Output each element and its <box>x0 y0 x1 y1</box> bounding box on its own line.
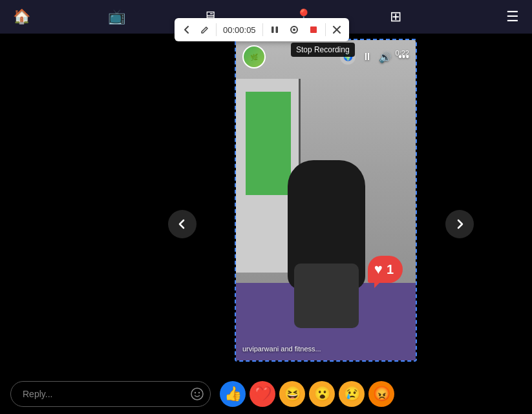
window-icon[interactable]: ⊞ <box>390 8 401 25</box>
earth-icon: 🌍 <box>340 49 356 65</box>
reaction-haha-button[interactable]: 😆 <box>279 381 305 407</box>
toolbar-circle-button[interactable] <box>286 22 302 37</box>
emoji-picker-button[interactable] <box>190 387 204 401</box>
toolbar-divider-3 <box>325 23 326 36</box>
menu-icon[interactable]: ☰ <box>506 8 519 25</box>
video-card: 🌿 🌍 ⏸ 🔊 ••• 0:22 ♥ 1 urviparwani and fit… <box>235 39 417 362</box>
pause-icon[interactable]: ⏸ <box>362 51 372 63</box>
reaction-sad-button[interactable]: 😢 <box>339 381 365 407</box>
love-heart-icon: ♥ <box>374 261 383 278</box>
love-count: 1 <box>387 262 394 277</box>
avatar[interactable]: 🌿 <box>242 45 266 68</box>
svg-point-9 <box>198 392 200 393</box>
reaction-love-button[interactable]: ❤️ <box>250 381 275 407</box>
toolbar-back-button[interactable] <box>180 23 194 37</box>
toolbar-divider-2 <box>262 23 263 36</box>
reaction-wow-button[interactable]: 😮 <box>309 381 335 407</box>
video-controls-right: 🌍 ⏸ 🔊 ••• <box>340 49 409 65</box>
svg-rect-1 <box>275 26 278 33</box>
reaction-like-button[interactable]: 👍 <box>220 381 246 407</box>
more-options-icon[interactable]: ••• <box>398 51 409 63</box>
bottom-bar: 👍 ❤️ 😆 😮 😢 😡 <box>0 374 532 414</box>
video-background <box>236 40 416 360</box>
toolbar-close-button[interactable] <box>330 23 344 37</box>
person-bottom-silhouette <box>294 264 359 328</box>
svg-point-8 <box>195 392 196 393</box>
reactions-row: 👍 ❤️ 😆 😮 😢 😡 <box>220 381 394 407</box>
green-screen <box>246 92 291 195</box>
toolbar-divider-1 <box>216 23 217 36</box>
toolbar-stop-button[interactable]: Stop Recording <box>306 22 321 37</box>
home-icon[interactable]: 🏠 <box>13 8 30 25</box>
recording-timer: 00:00:05 <box>220 25 259 35</box>
volume-icon[interactable]: 🔊 <box>379 51 392 63</box>
svg-point-7 <box>191 388 203 400</box>
left-nav-arrow[interactable] <box>168 210 197 238</box>
love-badge-tail <box>374 282 381 288</box>
avatar-image: 🌿 <box>244 47 264 67</box>
right-nav-arrow[interactable] <box>445 210 474 238</box>
svg-rect-0 <box>271 26 274 33</box>
video-header: 🌿 🌍 ⏸ 🔊 ••• <box>236 40 416 74</box>
main-content: 🌿 🌍 ⏸ 🔊 ••• 0:22 ♥ 1 urviparwani and fit… <box>0 34 532 414</box>
toolbar-pause-button[interactable] <box>267 22 282 37</box>
svg-rect-4 <box>310 26 317 33</box>
recording-toolbar: 00:00:05 Stop Recording <box>175 18 349 41</box>
svg-point-3 <box>293 28 295 31</box>
reply-input[interactable] <box>10 381 211 407</box>
toolbar-pencil-button[interactable] <box>198 23 212 37</box>
love-reaction-badge[interactable]: ♥ 1 <box>368 256 403 283</box>
reaction-angry-button[interactable]: 😡 <box>368 381 394 407</box>
video-caption: urviparwani and fitness... <box>242 345 321 353</box>
reply-input-container <box>10 381 211 407</box>
tv-icon[interactable]: 📺 <box>108 8 125 25</box>
video-card-inner: 🌿 🌍 ⏸ 🔊 ••• 0:22 ♥ 1 urviparwani and fit… <box>236 40 416 360</box>
